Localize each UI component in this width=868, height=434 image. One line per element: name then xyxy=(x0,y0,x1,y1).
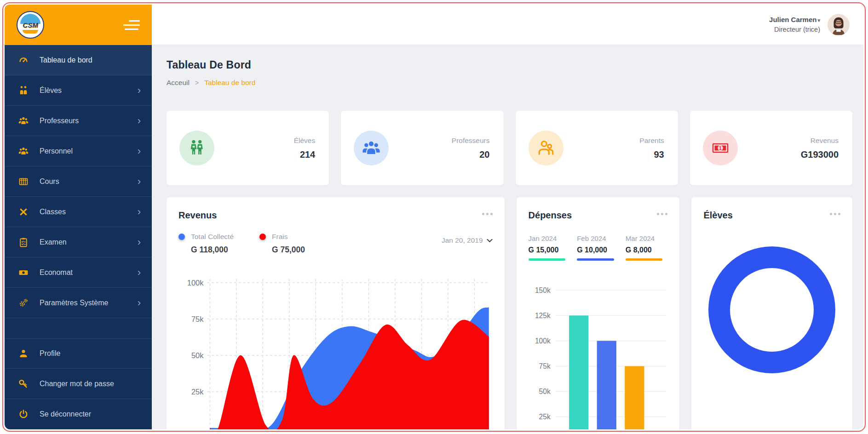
chevron-right-icon: › xyxy=(138,116,141,126)
month-underline xyxy=(626,258,663,261)
group-icon xyxy=(17,115,29,127)
hamburger-menu-icon[interactable] xyxy=(123,20,140,30)
chevron-down-icon xyxy=(487,239,493,243)
date-filter-dropdown[interactable]: Jan 20, 2019 xyxy=(442,236,493,245)
revenue-area-chart: 100k75k50k25k xyxy=(178,263,493,429)
sidebar-item-parametres-systeme[interactable]: Paramètres Système › xyxy=(5,288,152,318)
chevron-right-icon: › xyxy=(138,268,141,278)
sidebar-item-changer-mot-de-passe[interactable]: Changer mot de passe xyxy=(5,369,152,399)
legend-label: Frais xyxy=(272,233,287,241)
stat-value: G193000 xyxy=(801,149,839,160)
stat-card-professeurs[interactable]: Professeurs 20 xyxy=(341,111,503,185)
chevron-right-icon: › xyxy=(138,86,141,96)
sidebar-item-economat[interactable]: Economat › xyxy=(5,257,152,288)
more-options-icon[interactable] xyxy=(830,210,840,218)
main-column: Julien Carmen▾ Directeur (trice) Tableau… xyxy=(152,5,863,429)
expenses-summary: Jan 2024 G 15,000 Feb 2024 G 10,000 Mar … xyxy=(529,234,668,261)
user-menu[interactable]: Julien Carmen▾ Directeur (trice) xyxy=(769,15,820,34)
chevron-right-icon: › xyxy=(138,298,141,308)
revenue-chart-card: Revenus Total Collecté G 118,000 xyxy=(167,197,505,429)
sidebar-item-label: Tableau de bord xyxy=(40,56,92,64)
sidebar-item-label: Cours xyxy=(40,177,59,186)
person-icon xyxy=(17,348,29,360)
sidebar-item-profile[interactable]: Profile xyxy=(5,338,152,369)
sidebar-item-classes[interactable]: Classes › xyxy=(5,197,152,227)
svg-text:25k: 25k xyxy=(539,413,550,421)
revenue-legend: Total Collecté G 118,000 Frais G 75,000 xyxy=(178,233,493,255)
legend-value: G 75,000 xyxy=(272,245,305,255)
gauge-icon xyxy=(17,54,29,66)
stat-label: Parents xyxy=(639,137,664,145)
expenses-bar-chart: 150k125k100k75k50k25k xyxy=(529,271,668,429)
chevron-right-icon: › xyxy=(138,177,141,187)
stat-label: Revenus xyxy=(801,137,839,145)
banknote-icon: 1 xyxy=(703,131,738,166)
group-icon xyxy=(17,145,29,157)
legend-item-frais: Frais G 75,000 xyxy=(259,233,305,255)
sidebar-nav: Tableau de bord Élèves › Professeurs › xyxy=(5,45,152,429)
more-options-icon[interactable] xyxy=(482,210,493,218)
page-content: Tableau De Bord Acceuil > Tableau de bor… xyxy=(152,45,863,429)
screenshot-frame: CSM Tableau de bord Élèves › xyxy=(0,0,868,434)
students-icon xyxy=(17,85,29,97)
sidebar-item-eleves[interactable]: Élèves › xyxy=(5,75,152,106)
sidebar-item-professeurs[interactable]: Professeurs › xyxy=(5,106,152,136)
stats-row: Élèves 214 Professeurs 20 xyxy=(167,111,852,185)
sidebar: CSM Tableau de bord Élèves › xyxy=(5,5,152,429)
sidebar-item-label: Paramètres Système xyxy=(40,299,108,307)
user-name: Julien Carmen▾ xyxy=(769,15,820,25)
svg-text:1: 1 xyxy=(719,145,722,151)
page-title: Tableau De Bord xyxy=(167,59,852,71)
sidebar-item-label: Economat xyxy=(40,268,73,277)
svg-text:75k: 75k xyxy=(539,362,550,370)
parents-icon xyxy=(529,131,563,166)
sidebar-item-label: Se déconnecter xyxy=(40,410,91,418)
month-summary: Feb 2024 G 10,000 xyxy=(577,234,619,261)
breadcrumb-current-link[interactable]: Tableau de bord xyxy=(204,79,255,87)
sidebar-item-label: Profile xyxy=(40,349,60,358)
sidebar-item-personnel[interactable]: Personnel › xyxy=(5,136,152,166)
power-icon xyxy=(17,408,29,420)
month-value: G 10,000 xyxy=(577,246,619,254)
charts-row: Revenus Total Collecté G 118,000 xyxy=(167,197,852,429)
gears-icon xyxy=(17,297,29,309)
banknote-icon xyxy=(17,267,29,279)
top-header: Julien Carmen▾ Directeur (trice) xyxy=(152,5,863,45)
stat-card-parents[interactable]: Parents 93 xyxy=(516,111,678,185)
month-underline xyxy=(529,258,566,261)
sidebar-item-examen[interactable]: Examen › xyxy=(5,227,152,257)
date-filter-value: Jan 20, 2019 xyxy=(442,236,483,245)
svg-text:25k: 25k xyxy=(191,388,204,396)
more-options-icon[interactable] xyxy=(657,210,667,218)
card-title: Revenus xyxy=(178,210,217,221)
breadcrumb: Acceuil > Tableau de bord xyxy=(167,79,852,87)
month-summary: Jan 2024 G 15,000 xyxy=(529,234,571,261)
svg-text:125k: 125k xyxy=(535,312,550,320)
card-title: Élèves xyxy=(703,210,732,221)
sidebar-footer: Profile Changer mot de passe Se déconnec… xyxy=(5,338,152,429)
month-label: Mar 2024 xyxy=(626,234,668,242)
breadcrumb-home-link[interactable]: Acceuil xyxy=(167,79,190,87)
stat-card-revenus[interactable]: 1 Revenus G193000 xyxy=(690,111,852,185)
avatar[interactable] xyxy=(828,14,850,36)
avatar-image xyxy=(828,14,849,35)
clipboard-icon xyxy=(17,236,29,248)
legend-value: G 118,000 xyxy=(191,245,234,255)
month-value: G 8,000 xyxy=(626,246,668,254)
stat-label: Professeurs xyxy=(452,137,490,145)
svg-text:100k: 100k xyxy=(187,279,204,287)
sidebar-item-cours[interactable]: Cours › xyxy=(5,166,152,197)
key-icon xyxy=(17,378,29,390)
sidebar-item-tableau-de-bord[interactable]: Tableau de bord xyxy=(5,45,152,75)
month-summary: Mar 2024 G 8,000 xyxy=(626,234,668,261)
sidebar-item-se-deconnecter[interactable]: Se déconnecter xyxy=(5,399,152,429)
stat-value: 214 xyxy=(294,149,316,160)
stat-card-eleves[interactable]: Élèves 214 xyxy=(167,111,329,185)
logo-short-name: CSM xyxy=(23,21,38,29)
sidebar-item-label: Classes xyxy=(40,208,66,216)
chevron-right-icon: › xyxy=(138,146,141,156)
expenses-chart-card: Dépenses Jan 2024 G 15,000 Feb 2024 G 10… xyxy=(517,197,680,429)
legend-item-total-collecte: Total Collecté G 118,000 xyxy=(178,233,234,255)
app-logo[interactable]: CSM xyxy=(17,11,44,39)
sidebar-item-label: Personnel xyxy=(40,147,73,155)
